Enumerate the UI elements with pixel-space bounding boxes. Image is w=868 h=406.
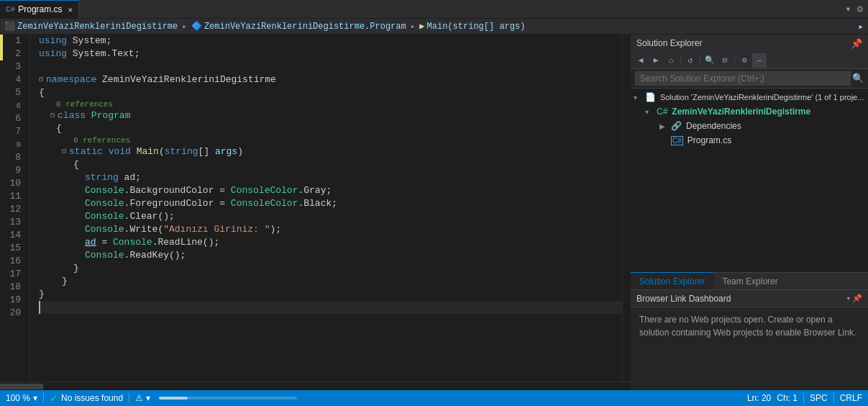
- code-line-4: ⊟ namespace ZeminVeYaziRenkleriniDegisti…: [39, 73, 622, 86]
- browser-link-message: There are no Web projects open. Create o…: [639, 315, 856, 338]
- code-ref-class: 0 references: [39, 99, 622, 109]
- checkmark-icon: ✓: [50, 392, 58, 404]
- breadcrumb-arrow[interactable]: ▸: [854, 21, 868, 32]
- code-line-16: Console.ReadKey();: [39, 249, 622, 262]
- browser-link-pin-icon[interactable]: 📌: [852, 294, 862, 303]
- tab-actions: ▾ ⚙: [843, 3, 868, 15]
- code-content[interactable]: using System; using System.Text; ⊟ names…: [30, 35, 622, 382]
- breadcrumb-sep-2: ▸: [411, 22, 416, 31]
- warning-dropdown-icon: ▾: [146, 393, 150, 403]
- toolbar-collapse-btn[interactable]: ⊟: [718, 53, 732, 68]
- browser-link-content: There are no Web projects open. Create o…: [631, 307, 868, 345]
- search-box-container: 🔍: [631, 69, 868, 89]
- browser-link-header: Browser Link Dashboard ▾ 📌: [631, 290, 868, 307]
- tab-bar: C# Program.cs ✕ ▾ ⚙: [0, 0, 868, 19]
- editor-hscroll[interactable]: [0, 382, 631, 390]
- code-line-18: }: [39, 275, 622, 288]
- warning-icon: ⚠: [135, 393, 143, 403]
- tree-item-dependencies[interactable]: ▶ 🔗 Dependencies: [631, 119, 868, 133]
- status-line-endings-item[interactable]: CRLF: [834, 390, 868, 406]
- cs-file-icon: C#: [6, 5, 15, 14]
- toolbar-back-btn[interactable]: ◀: [634, 53, 648, 68]
- toolbar-properties-btn[interactable]: ⚙: [737, 53, 751, 68]
- code-container: 1 2 3 4 5 6 6 7 8 8 9 10 11 12 13 14 15 …: [0, 35, 631, 382]
- tab-solution-label: Solution Explorer: [639, 276, 705, 287]
- status-right: Ln: 20 Ch: 1 SPC CRLF: [741, 390, 868, 406]
- encoding-label: SPC: [810, 393, 828, 403]
- pin-icon[interactable]: 📌: [851, 38, 862, 49]
- browser-link-dropdown-icon[interactable]: ▾: [846, 294, 851, 303]
- toolbar-sep-1: [680, 55, 681, 66]
- tab-solution-explorer[interactable]: Solution Explorer: [631, 272, 713, 289]
- breadcrumb-bar: ⬛ ZeminVeYaziRenkleriniDegistirme ▸ 🔷 Ze…: [0, 19, 868, 35]
- toolbar-sync-btn[interactable]: ↺: [683, 53, 698, 68]
- solution-explorer-title: Solution Explorer: [636, 38, 702, 48]
- code-line-2: using System.Text;: [39, 48, 622, 60]
- right-bottom: Browser Link Dashboard ▾ 📌 There are no …: [631, 289, 868, 390]
- breadcrumb-segment-2[interactable]: ▶ Main(string[] args): [415, 19, 529, 35]
- breadcrumb-sep-1: ▸: [182, 22, 187, 31]
- code-line-13: Console.Clear();: [39, 210, 622, 223]
- editor-minimap[interactable]: [622, 35, 631, 382]
- solution-search-input[interactable]: [635, 71, 851, 86]
- solution-label: Solution 'ZeminVeYaziRenkleriniDegistirm…: [660, 93, 864, 102]
- code-line-20: [39, 301, 622, 314]
- toolbar-close-btn[interactable]: —: [752, 53, 767, 68]
- tab-team-label: Team Explorer: [722, 276, 777, 287]
- browser-link-title: Browser Link Dashboard: [636, 294, 731, 304]
- status-warning-item[interactable]: ⚠ ▾: [129, 390, 156, 406]
- breadcrumb-segment-0[interactable]: ⬛ ZeminVeYaziRenkleriniDegistirme: [0, 19, 182, 35]
- status-bar: 100 % ▾ ✓ No issues found ⚠ ▾ Ln: 20 Ch:…: [0, 390, 868, 406]
- tab-team-explorer[interactable]: Team Explorer: [713, 273, 786, 289]
- tree-item-project[interactable]: ▾ C# ZeminVeYaziRenkleriniDegistirme: [631, 104, 868, 119]
- code-line-3: [39, 60, 622, 73]
- line-position-label: Ln: 20: [747, 393, 771, 403]
- tree-item-program-cs[interactable]: ▶ C# Program.cs: [631, 133, 868, 148]
- status-zoom-item[interactable]: 100 % ▾: [0, 390, 43, 406]
- code-line-8: ⊟ static void Main(string[] args): [39, 145, 622, 158]
- zoom-value: 100 %: [6, 393, 30, 403]
- panel-tabs-bar: Solution Explorer Team Explorer: [631, 272, 868, 289]
- status-left: 100 % ▾ ✓ No issues found ⚠ ▾: [0, 390, 300, 406]
- dependencies-label: Dependencies: [686, 121, 741, 131]
- code-ref-main: 0 references: [39, 135, 622, 145]
- status-encoding-item[interactable]: SPC: [804, 390, 833, 406]
- status-scroll-track[interactable]: [156, 397, 300, 400]
- gear-icon[interactable]: ⚙: [855, 3, 865, 15]
- panel-header-actions: 📌: [851, 38, 862, 49]
- right-split: Solution Explorer 📌 ◀ ▶ ⌂ ↺ 🔍 ⊟ ⚙ —: [631, 35, 868, 390]
- status-no-issues-item[interactable]: ✓ No issues found: [44, 390, 129, 406]
- line-endings-label: CRLF: [840, 393, 862, 403]
- code-line-12: Console.ForegroundColor = ConsoleColor.B…: [39, 197, 622, 210]
- breadcrumb-label-2: Main(string[] args): [427, 22, 526, 32]
- tree-item-solution[interactable]: ▾ 📄 Solution 'ZeminVeYaziRenkleriniDegis…: [631, 90, 868, 104]
- namespace-icon: ⬛: [4, 21, 15, 32]
- breadcrumb-segment-1[interactable]: 🔷 ZeminVeYaziRenkleriniDegistirme.Progra…: [187, 19, 411, 35]
- toolbar-forward-btn[interactable]: ▶: [649, 53, 663, 68]
- search-magnifier-icon[interactable]: 🔍: [852, 73, 864, 84]
- column-position-label: Ch: 1: [777, 393, 798, 403]
- code-line-10: string ad;: [39, 171, 622, 184]
- tab-close-icon[interactable]: ✕: [68, 5, 73, 14]
- browser-link-actions: ▾ 📌: [846, 294, 862, 303]
- code-line-15: ad = Console.ReadLine();: [39, 236, 622, 249]
- toolbar-home-btn[interactable]: ⌂: [664, 53, 678, 68]
- solution-explorer-toolbar: ◀ ▶ ⌂ ↺ 🔍 ⊟ ⚙ —: [631, 52, 868, 69]
- toolbar-sep-3: [734, 55, 735, 66]
- dependencies-icon: 🔗: [671, 121, 682, 131]
- code-line-17: }: [39, 262, 622, 275]
- line-numbers: 1 2 3 4 5 6 6 7 8 8 9 10 11 12 13 14 15 …: [3, 35, 30, 382]
- dropdown-icon[interactable]: ▾: [843, 3, 853, 15]
- code-line-11: Console.BackgroundColor = ConsoleColor.G…: [39, 184, 622, 197]
- solution-tree: ▾ 📄 Solution 'ZeminVeYaziRenkleriniDegis…: [631, 89, 868, 272]
- code-line-1: using System;: [39, 35, 622, 48]
- editor-area: 1 2 3 4 5 6 6 7 8 8 9 10 11 12 13 14 15 …: [0, 35, 631, 390]
- zoom-dropdown-icon: ▾: [33, 393, 37, 403]
- toolbar-filter-btn[interactable]: 🔍: [703, 53, 717, 68]
- text-cursor: [39, 301, 46, 314]
- breadcrumb-label-1: ZeminVeYaziRenkleriniDegistirme.Program: [204, 22, 406, 32]
- code-line-19: }: [39, 288, 622, 301]
- status-position-item[interactable]: Ln: 20 Ch: 1: [741, 390, 803, 406]
- project-expand-icon: ▾: [645, 108, 657, 116]
- program-cs-tab[interactable]: C# Program.cs ✕: [0, 0, 79, 19]
